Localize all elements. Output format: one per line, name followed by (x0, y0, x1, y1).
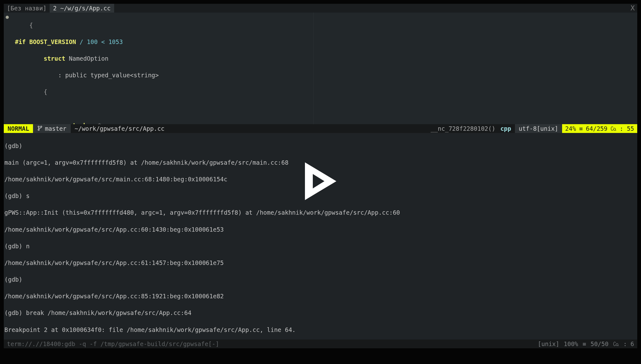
code-token: char (76, 122, 94, 124)
column: : 6 (623, 340, 634, 348)
gdb-line: (gdb) (4, 142, 637, 150)
code-token: #if (11, 38, 26, 45)
percent: 24% (565, 124, 576, 133)
gdb-line: /home/sakhnik/work/gpwsafe/src/App.cc:85… (4, 292, 637, 301)
bottom-pad (4, 348, 637, 360)
code-blank (4, 105, 637, 113)
gdb-line: (gdb) n (4, 242, 637, 251)
line-count: 64/259 (586, 124, 608, 133)
encoding: [unix] (538, 340, 560, 348)
mode-indicator: NORMAL (4, 124, 33, 133)
code-token: / (76, 38, 87, 45)
code-token: *_name; (94, 122, 123, 124)
branch-name: master (45, 124, 67, 133)
gdb-line: (gdb) s (4, 192, 637, 200)
filetype: cpp (499, 124, 515, 133)
encoding: utf-8[unix] (515, 124, 562, 133)
code-line: { (11, 22, 33, 29)
gdb-line: /home/sakhnik/work/gpwsafe/src/App.cc:61… (4, 259, 637, 267)
gdb-line: (gdb) (4, 275, 637, 284)
terminal-title: term://.//18400:gdb -q -f /tmp/gpwsafe-b… (7, 340, 538, 348)
branch-icon (37, 125, 42, 133)
close-icon[interactable]: X (631, 4, 635, 13)
gdb-line: main (argc=1, argv=0x7fffffffd5f8) at /h… (4, 158, 637, 167)
tab-unnamed[interactable]: [Без назви] (4, 4, 50, 13)
gdb-line: Breakpoint 2 at 0x1000634f0: file /home/… (4, 326, 637, 334)
code-token: struct (11, 55, 65, 62)
code-content: { #if BOOST_VERSION / 100 < 1053 struct … (4, 13, 637, 124)
gdb-line: (gdb) break /home/sakhnik/work/gpwsafe/s… (4, 309, 637, 317)
gdb-line: /home/sakhnik/work/gpwsafe/src/main.cc:6… (4, 175, 637, 184)
position-indicator: 24% ≡ 64/259 ㏇ : 55 (562, 124, 637, 133)
line-count: 50/50 (590, 340, 608, 348)
terminal-pane[interactable]: (gdb) main (argc=1, argv=0x7fffffffd5f8)… (4, 133, 637, 339)
code-pane[interactable]: { #if BOOST_VERSION / 100 < 1053 struct … (4, 13, 637, 124)
code-token: NamedOption (65, 55, 108, 62)
code-line: { (11, 88, 47, 95)
statusline-terminal: term://.//18400:gdb -q -f /tmp/gpwsafe-b… (4, 339, 637, 348)
file-path: ~/work/gpwsafe/src/App.cc (71, 124, 168, 133)
percent: 100% (564, 340, 578, 348)
code-token: < (98, 38, 108, 45)
code-token: 1053 (108, 38, 123, 45)
gdb-line: /home/sakhnik/work/gpwsafe/src/App.cc:60… (4, 225, 637, 234)
current-function: __nc_728f2280102() (427, 124, 499, 133)
code-token: BOOST_VERSION (26, 38, 76, 45)
git-branch: master (33, 124, 71, 133)
lines-icon: ≡ (579, 124, 583, 133)
tab-bar: [Без назви] 2 ~/w/g/s/App.cc X (4, 4, 637, 13)
tab-app-cc[interactable]: 2 ~/w/g/s/App.cc (50, 4, 114, 13)
statusline-editor: NORMAL master ~/work/gpwsafe/src/App.cc … (4, 124, 637, 133)
tab-label: [Без назви] (7, 4, 47, 13)
lines-icon: ≡ (583, 340, 586, 348)
code-token: 100 (87, 38, 97, 45)
tab-label: 2 ~/w/g/s/App.cc (53, 4, 111, 13)
col-glyph: ㏇ (613, 340, 619, 348)
editor-window: [Без назви] 2 ~/w/g/s/App.cc X { #if BOO… (4, 4, 637, 360)
gdb-line: gPWS::App::Init (this=0x7fffffffd480, ar… (4, 208, 637, 217)
column: : 55 (620, 124, 634, 133)
code-token: const (11, 122, 76, 124)
col-glyph: ㏇ (611, 124, 616, 133)
code-line: : public typed_value<string> (11, 72, 159, 79)
